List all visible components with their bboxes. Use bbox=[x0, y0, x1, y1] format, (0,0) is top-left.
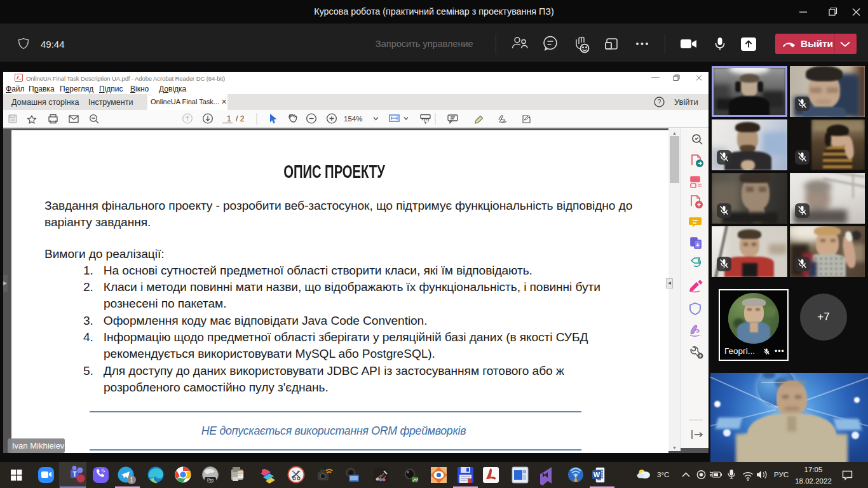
svg-text:3°C: 3°C bbox=[657, 471, 669, 478]
svg-text:154%: 154% bbox=[344, 115, 362, 123]
svg-text:/ 2: / 2 bbox=[236, 114, 245, 123]
svg-text:Pro: Pro bbox=[207, 478, 214, 482]
svg-text:17:05: 17:05 bbox=[804, 466, 823, 473]
svg-text:W: W bbox=[593, 471, 600, 478]
svg-text:18.02.2022: 18.02.2022 bbox=[795, 477, 832, 485]
svg-text:1: 1 bbox=[227, 114, 231, 123]
svg-text:?: ? bbox=[658, 98, 661, 105]
svg-text:РУС: РУС bbox=[774, 471, 789, 478]
svg-text:1: 1 bbox=[130, 477, 133, 484]
svg-text:T: T bbox=[72, 471, 76, 478]
